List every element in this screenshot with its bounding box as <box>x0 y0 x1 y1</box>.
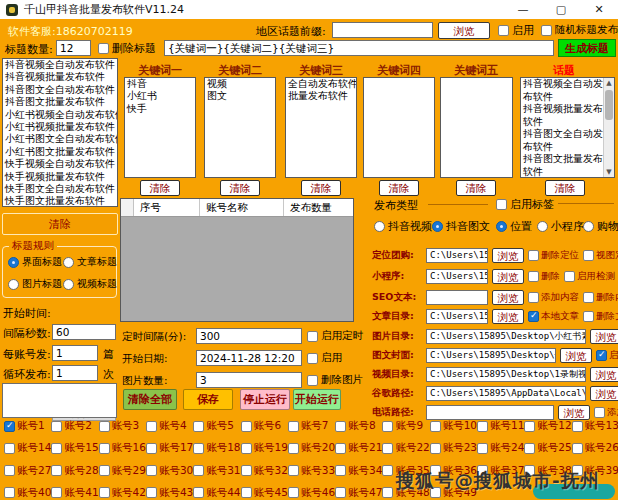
keyword5-listbox[interactable] <box>440 77 513 178</box>
path-input[interactable] <box>426 405 554 420</box>
start-date-input[interactable]: 2024-11-28 12:20 <box>196 350 302 366</box>
list-item[interactable]: 小红书图文批量发布软件 <box>3 146 117 158</box>
account-checkbox[interactable]: 账号9 <box>382 419 423 433</box>
account-checkbox[interactable]: 账号31 <box>193 464 240 478</box>
list-item[interactable]: 小红书图文全自动发布软件 <box>3 133 117 145</box>
clear-title-list-button[interactable]: 清除 <box>2 213 118 235</box>
account-checkbox[interactable]: 账号2 <box>51 419 92 433</box>
path-input[interactable] <box>426 290 488 305</box>
list-item[interactable]: 抖音图文批量发布软件 <box>3 96 117 108</box>
region-topic-input[interactable] <box>332 22 433 38</box>
clear-all-button[interactable]: 清除全部 <box>123 389 177 410</box>
account-checkbox[interactable]: 账号47 <box>335 486 382 500</box>
keyword2-listbox[interactable]: 视频图文 <box>204 77 276 178</box>
account-checkbox[interactable]: 账号12 <box>524 419 571 433</box>
account-checkbox[interactable]: 账号16 <box>99 441 146 455</box>
path-option-checkbox[interactable]: 删除 <box>528 270 560 283</box>
per-account-input[interactable]: 1 <box>52 345 98 361</box>
account-checkbox[interactable]: 账号30 <box>146 464 193 478</box>
clear-keyword1-button[interactable]: 清除 <box>140 180 180 196</box>
start-run-button[interactable]: 开始运行 <box>293 389 341 410</box>
list-item[interactable]: 抖音视频批量发布软件 <box>3 71 117 83</box>
region-browse-button[interactable]: 浏览 <box>438 22 490 39</box>
account-checkbox[interactable]: 账号20 <box>288 441 335 455</box>
keyword1-listbox[interactable]: 抖音小红书快手 <box>124 77 196 178</box>
list-item[interactable]: 抖音视频全自动发布软件 <box>521 78 604 103</box>
account-checkbox[interactable]: 账号23 <box>430 441 477 455</box>
list-item[interactable]: 小红书视频全自动发布软件 <box>3 109 117 121</box>
account-checkbox[interactable]: 账号22 <box>382 441 429 455</box>
enable-region-checkbox[interactable]: 启用 <box>498 23 534 38</box>
account-checkbox[interactable]: 账号29 <box>99 464 146 478</box>
clear-keyword2-button[interactable]: 清除 <box>220 180 260 196</box>
browse-button[interactable]: 浏览 <box>492 248 524 263</box>
account-checkbox[interactable]: 账号19 <box>241 441 288 455</box>
account-checkbox[interactable]: 账号26 <box>572 441 618 455</box>
enable-timer-checkbox[interactable]: 启用定时 <box>307 329 363 343</box>
browse-button[interactable]: 浏览 <box>590 386 618 401</box>
stop-run-button[interactable]: 停止运行 <box>240 389 290 410</box>
path-input[interactable]: C:\Users\15895\Desktop\1录制视频 <box>426 367 586 382</box>
account-checkbox[interactable]: 账号33 <box>288 464 335 478</box>
radio-douyin-imagetext[interactable]: 抖音图文 <box>432 219 490 234</box>
radio-location[interactable]: 位置 <box>496 219 532 234</box>
path-input[interactable]: C:\Users\15895\ <box>426 309 488 324</box>
path-input[interactable]: C:\Users\15895 <box>426 248 488 263</box>
path-input[interactable]: C:\Users\15895\Desktop\千山甲抖 <box>426 348 556 363</box>
image-count-input[interactable]: 3 <box>196 372 302 388</box>
delete-image-checkbox[interactable]: 删除图片 <box>307 373 363 387</box>
browse-button[interactable]: 浏览 <box>590 329 618 344</box>
list-item[interactable]: 抖音图文全自动发布软件 <box>521 128 604 153</box>
list-item[interactable]: 抖音 <box>125 78 195 90</box>
account-checkbox[interactable]: 账号1 <box>4 419 45 433</box>
enable-region-box[interactable] <box>498 25 509 36</box>
radio-interface-title[interactable]: 界面标题 <box>8 255 62 269</box>
account-checkbox[interactable]: 账号7 <box>288 419 329 433</box>
account-checkbox[interactable]: 账号46 <box>288 486 335 500</box>
title-count-input[interactable]: 12 <box>56 40 91 56</box>
path-input[interactable]: C:\Users\15895 <box>426 269 488 284</box>
list-item[interactable]: 抖音图文批量发布软件 <box>521 153 604 177</box>
save-button[interactable]: 保存 <box>183 389 233 410</box>
account-checkbox[interactable]: 账号32 <box>241 464 288 478</box>
generate-title-button[interactable]: 生成标题 <box>558 39 616 57</box>
enable-tag-checkbox[interactable]: 启用标签 <box>496 197 554 212</box>
list-item[interactable]: 抖音图文全自动发布软件 <box>3 84 117 96</box>
account-checkbox[interactable]: 账号41 <box>51 486 98 500</box>
account-checkbox[interactable]: 账号21 <box>335 441 382 455</box>
clear-keyword3-button[interactable]: 清除 <box>301 180 341 196</box>
list-item[interactable]: 小红书 <box>125 90 195 102</box>
account-checkbox[interactable]: 账号17 <box>146 441 193 455</box>
account-checkbox[interactable]: 账号42 <box>99 486 146 500</box>
account-checkbox[interactable]: 账号27 <box>4 464 51 478</box>
account-checkbox[interactable]: 账号44 <box>193 486 240 500</box>
account-checkbox[interactable]: 账号15 <box>51 441 98 455</box>
clear-topic-button[interactable]: 清除 <box>545 180 585 196</box>
clear-keyword4-button[interactable]: 清除 <box>379 180 419 196</box>
topic-listbox[interactable]: 抖音视频全自动发布软件抖音视频批量发布软件抖音图文全自动发布软件抖音图文批量发布… <box>520 77 615 178</box>
path-option-checkbox[interactable]: 视图定位 <box>583 249 618 262</box>
path-option-checkbox[interactable]: 本地文章 <box>528 310 579 323</box>
browse-button[interactable]: 浏览 <box>492 290 524 305</box>
topic-scrollbar[interactable]: ▲▼ <box>603 78 614 177</box>
account-checkbox[interactable]: 账号28 <box>51 464 98 478</box>
radio-image-title[interactable]: 图片标题 <box>8 277 62 291</box>
account-checkbox[interactable]: 账号3 <box>99 419 140 433</box>
clear-keyword5-button[interactable]: 清除 <box>456 180 496 196</box>
browse-button[interactable]: 浏览 <box>492 269 524 284</box>
generated-title-listbox[interactable]: 抖音视频全自动发布软件抖音视频批量发布软件抖音图文全自动发布软件抖音图文批量发布… <box>2 58 118 207</box>
list-item[interactable]: 快手视频批量发布软件 <box>3 171 117 183</box>
account-checkbox[interactable]: 账号24 <box>477 441 524 455</box>
loop-input[interactable]: 1 <box>52 365 98 381</box>
account-checkbox[interactable]: 账号5 <box>193 419 234 433</box>
account-checkbox[interactable]: 账号34 <box>335 464 382 478</box>
list-item[interactable]: 快手视频全自动发布软件 <box>3 158 117 170</box>
delete-title-box[interactable] <box>98 43 109 54</box>
account-table[interactable]: 序号 账号名称 发布数量 <box>120 198 354 322</box>
path-option-checkbox[interactable]: 启用 <box>596 349 618 362</box>
title-template-input[interactable]: {关键词一}{关键词二}{关键词三} <box>164 40 554 56</box>
list-item[interactable]: 快手 <box>125 103 195 115</box>
list-item[interactable]: 图文 <box>205 90 275 102</box>
account-checkbox[interactable]: 账号45 <box>241 486 288 500</box>
path-option-checkbox[interactable]: 添加内容 <box>528 291 579 304</box>
